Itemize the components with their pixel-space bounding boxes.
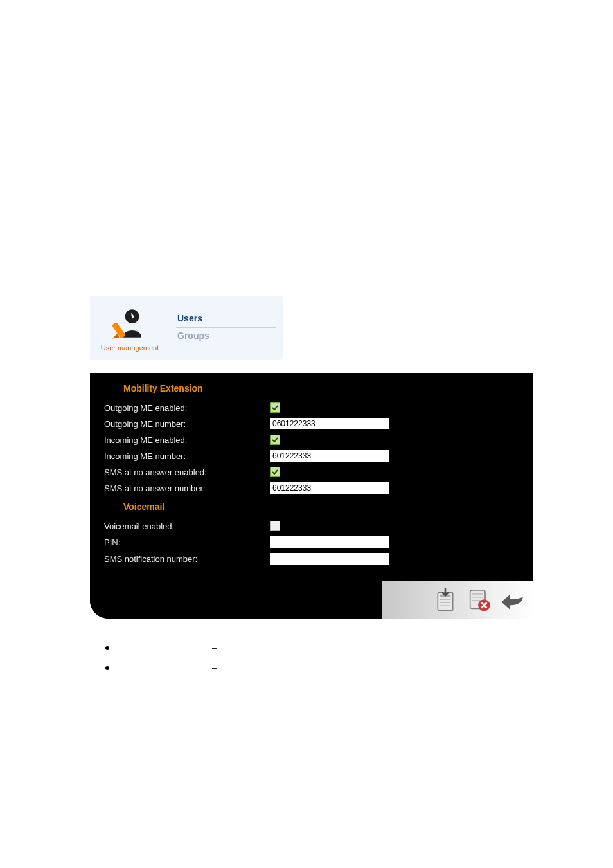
checkbox-voicemail-enabled[interactable] (270, 521, 280, 531)
label-pin: PIN: (104, 538, 265, 547)
row-sms-notification-number: SMS notification number: (104, 550, 519, 567)
label-voicemail-enabled: Voicemail enabled: (104, 521, 265, 531)
checkbox-outgoing-me-enabled[interactable] (270, 402, 280, 413)
input-sms-noanswer-number[interactable] (270, 482, 389, 494)
section-title-voicemail: Voicemail (104, 496, 519, 518)
user-management-icon (111, 304, 149, 343)
row-outgoing-me-enabled: Outgoing ME enabled: (104, 400, 519, 415)
user-management-label: User management (101, 344, 159, 352)
bullet-dash-2: – (212, 663, 217, 673)
delete-button[interactable] (465, 586, 492, 613)
svg-rect-7 (440, 602, 451, 603)
label-sms-noanswer-number: SMS at no answer number: (104, 484, 265, 493)
bullet-dot-icon (105, 666, 109, 670)
svg-rect-2 (112, 322, 126, 339)
label-outgoing-me-enabled: Outgoing ME enabled: (104, 403, 265, 413)
user-management-icon-column: User management (90, 296, 170, 360)
svg-rect-8 (440, 605, 451, 606)
back-arrow-icon (499, 587, 525, 613)
svg-rect-6 (440, 599, 451, 600)
checkbox-incoming-me-enabled[interactable] (270, 435, 280, 445)
row-sms-noanswer-enabled: SMS at no answer enabled: (104, 464, 519, 480)
save-icon (432, 587, 458, 613)
bullet-item-1: – (90, 638, 533, 658)
input-outgoing-me-number[interactable] (270, 418, 389, 429)
label-sms-noanswer-enabled: SMS at no answer enabled: (104, 467, 265, 477)
check-icon (272, 437, 278, 443)
label-sms-notification-number: SMS notification number: (104, 554, 265, 564)
settings-panel: Mobility Extension Outgoing ME enabled: … (90, 373, 533, 619)
label-incoming-me-enabled: Incoming ME enabled: (104, 435, 265, 445)
checkbox-sms-noanswer-enabled[interactable] (270, 467, 280, 477)
bullet-dash-1: – (212, 643, 217, 653)
check-icon (272, 404, 278, 411)
row-incoming-me-number: Incoming ME number: (104, 448, 519, 464)
nav-link-users[interactable]: Users (176, 311, 276, 328)
save-button[interactable] (432, 586, 459, 613)
section-title-mobility: Mobility Extension (104, 378, 519, 400)
top-spacer (0, 0, 613, 296)
user-management-nav: User management Users Groups (90, 296, 283, 360)
input-incoming-me-number[interactable] (270, 450, 389, 462)
input-pin[interactable] (270, 536, 389, 548)
svg-rect-10 (472, 593, 483, 595)
row-incoming-me-enabled: Incoming ME enabled: (104, 432, 519, 448)
row-pin: PIN: (104, 534, 519, 550)
bullet-item-2: – (90, 658, 533, 678)
svg-rect-11 (472, 597, 483, 598)
nav-link-groups[interactable]: Groups (176, 328, 276, 345)
row-sms-noanswer-number: SMS at no answer number: (104, 480, 519, 496)
back-button[interactable] (499, 586, 526, 613)
label-incoming-me-number: Incoming ME number: (104, 451, 265, 461)
nav-links: Users Groups (170, 296, 283, 360)
row-voicemail-enabled: Voicemail enabled: (104, 518, 519, 534)
panel-footer (90, 581, 533, 619)
bullet-list: – – (90, 638, 533, 678)
check-icon (272, 469, 278, 475)
delete-icon (466, 587, 492, 613)
bullet-dot-icon (105, 646, 109, 650)
label-outgoing-me-number: Outgoing ME number: (104, 419, 265, 429)
input-sms-notification-number[interactable] (270, 553, 389, 565)
row-outgoing-me-number: Outgoing ME number: (104, 415, 519, 432)
